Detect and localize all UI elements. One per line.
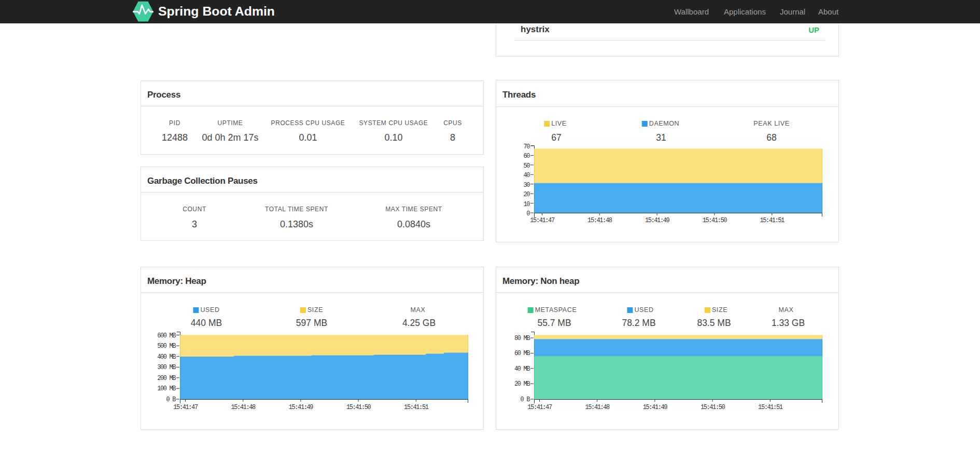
svg-text:40: 40 bbox=[523, 172, 530, 179]
svg-text:60: 60 bbox=[523, 153, 530, 160]
svg-text:0 B: 0 B bbox=[166, 396, 176, 403]
svg-text:30: 30 bbox=[523, 182, 530, 189]
svg-text:15:41:50: 15:41:50 bbox=[703, 217, 727, 224]
svg-text:70: 70 bbox=[523, 143, 530, 151]
svg-text:15:41:48: 15:41:48 bbox=[231, 404, 256, 411]
svg-text:20: 20 bbox=[523, 191, 530, 198]
svg-text:15:41:51: 15:41:51 bbox=[758, 404, 783, 411]
svg-text:15:41:49: 15:41:49 bbox=[645, 217, 670, 224]
svg-text:10: 10 bbox=[523, 201, 530, 208]
svg-text:400 MB: 400 MB bbox=[157, 353, 176, 361]
svg-text:15:41:51: 15:41:51 bbox=[760, 217, 785, 224]
svg-text:15:41:48: 15:41:48 bbox=[587, 217, 612, 224]
svg-text:50: 50 bbox=[523, 162, 530, 170]
svg-text:20 MB: 20 MB bbox=[514, 380, 530, 388]
svg-text:15:41:49: 15:41:49 bbox=[289, 404, 314, 411]
svg-text:15:41:47: 15:41:47 bbox=[527, 404, 552, 411]
svg-text:80 MB: 80 MB bbox=[514, 335, 530, 342]
svg-text:15:41:48: 15:41:48 bbox=[585, 404, 610, 411]
svg-text:15:41:47: 15:41:47 bbox=[173, 404, 198, 411]
svg-text:15:41:49: 15:41:49 bbox=[643, 404, 668, 411]
svg-text:600 MB: 600 MB bbox=[157, 332, 176, 339]
svg-text:60 MB: 60 MB bbox=[514, 350, 530, 357]
svg-text:500 MB: 500 MB bbox=[157, 343, 176, 350]
svg-text:0 B: 0 B bbox=[521, 396, 530, 403]
svg-text:15:41:50: 15:41:50 bbox=[346, 404, 371, 411]
svg-text:15:41:51: 15:41:51 bbox=[404, 404, 429, 411]
svg-text:15:41:50: 15:41:50 bbox=[701, 404, 725, 411]
svg-text:15:41:47: 15:41:47 bbox=[530, 217, 555, 224]
svg-text:300 MB: 300 MB bbox=[157, 364, 176, 371]
svg-text:0: 0 bbox=[526, 210, 530, 217]
svg-text:100 MB: 100 MB bbox=[157, 385, 176, 392]
svg-text:40 MB: 40 MB bbox=[514, 365, 530, 373]
svg-text:200 MB: 200 MB bbox=[157, 375, 176, 382]
